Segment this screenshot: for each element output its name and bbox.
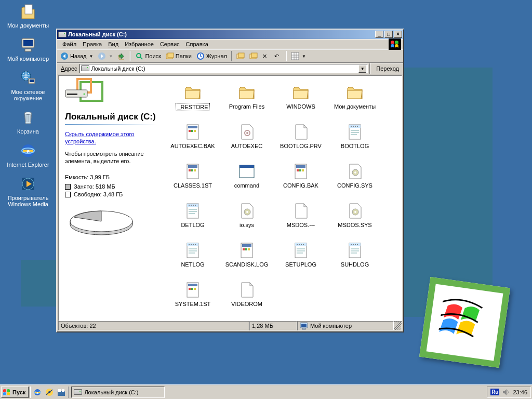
sys-icon [347,163,363,180]
bak-icon [184,163,201,180]
file-item[interactable]: io.sys [220,203,274,242]
file-label: SUHDLOG [340,261,370,268]
file-label: SCANDISK.LOG [224,261,270,268]
close-button[interactable]: × [394,31,402,38]
drive-title: Локальный диск (C:) [65,112,156,122]
svg-rect-46 [291,52,299,60]
file-label: MSDOS.SYS [337,221,373,229]
file-item[interactable]: AUTOEXEC [220,124,274,163]
file-item[interactable]: SCANDISK.LOG [220,242,274,282]
file-item[interactable]: BOOTLOG [328,124,382,163]
file-item[interactable]: Мои документы [328,84,382,124]
file-label: CONFIG.BAK [282,182,320,189]
desktop-icon-wmp[interactable]: Проигрыватель Windows Media [3,176,53,208]
network-icon [20,70,36,86]
address-combobox[interactable]: Локальный диск (C:) ▼ [79,64,368,73]
delete-button[interactable]: ✕ [260,50,272,62]
bak-icon [184,124,201,140]
hide-contents-link[interactable]: Скрыть содержимое этого устройства. [65,130,156,145]
folder-icon [292,84,309,101]
file-item[interactable]: WINDOWS [274,84,328,124]
desktop-icons: Мои документы Мой компьютер Мое сетевое … [3,3,53,215]
desktop-icon-ie[interactable]: Internet Explorer [3,142,53,168]
forward-button[interactable]: ▼ [96,50,115,62]
file-item[interactable]: _RESTORE [166,84,220,124]
window-title: Локальный диск (C:) [68,31,127,37]
drive-glyph [65,81,156,110]
desktop-icon-recycle-bin[interactable]: Корзина [3,109,53,135]
desktop-icon-network[interactable]: Мое сетевое окружение [3,70,53,102]
moveto-button[interactable] [234,50,247,62]
start-button[interactable]: Пуск [1,387,29,398]
sys-icon [238,203,255,219]
lang-indicator[interactable]: Ru [490,389,499,395]
file-label: command [233,182,260,189]
go-button[interactable]: Переход [372,65,402,72]
label: Мой компьютер [6,55,50,62]
folder-icon [238,84,255,101]
history-button[interactable]: Журнал [194,50,229,62]
copyto-button[interactable] [247,50,260,62]
file-label: AUTOEXEC.BAK [169,142,216,150]
file-item[interactable]: CLASSES.1ST [166,163,220,203]
file-label: NETLOG [180,261,205,268]
txt-icon [184,203,201,219]
ql-outlook[interactable] [44,387,55,398]
file-item[interactable]: BOOTLOG.PRV [274,124,328,163]
undo-button[interactable]: ↶ [272,50,284,62]
titlebar[interactable]: Локальный диск (C:) _ □ × [57,30,403,39]
drive-icon [81,65,89,72]
taskbar-task-explorer[interactable]: Локальный диск (C:) [71,387,165,398]
chevron-down-icon[interactable]: ▼ [358,65,366,73]
minimize-button[interactable]: _ [375,31,383,38]
volume-icon[interactable] [502,388,510,396]
drive-icon [74,389,82,395]
recycle-bin-icon [20,109,36,126]
wmp-icon [20,176,36,192]
folders-button[interactable]: Папки [164,50,194,62]
file-item[interactable]: Program Files [220,84,274,124]
drive-icon [58,30,66,38]
file-item[interactable]: SETUPLOG [274,242,328,282]
file-item[interactable]: command [220,163,274,203]
file-item[interactable]: AUTOEXEC.BAK [166,124,220,163]
menu-tools[interactable]: Сервис [157,40,183,48]
file-item[interactable]: SUHDLOG [328,242,382,282]
file-item[interactable]: DETLOG [166,203,220,242]
taskbar: Пуск Локальный диск (C:) Ru 23:46 [0,384,532,399]
menu-file[interactable]: Файл [59,40,79,48]
file-item[interactable]: CONFIG.SYS [328,163,382,203]
maximize-button[interactable]: □ [384,31,393,38]
menu-help[interactable]: Справка [183,40,211,48]
search-button[interactable]: Поиск [133,50,163,62]
desktop-icon-my-documents[interactable]: Мои документы [3,3,53,29]
menu-fav[interactable]: Избранное [122,40,157,48]
file-item[interactable]: SYSTEM.1ST [166,282,220,321]
label: Проигрыватель Windows Media [3,194,53,208]
label: Корзина [16,128,40,135]
resize-grip[interactable] [394,321,402,330]
ql-ie[interactable] [32,387,43,398]
file-item[interactable]: NETLOG [166,242,220,282]
file-grid: _RESTOREProgram FilesWINDOWSМои документ… [163,76,402,321]
file-label: MSDOS.--- [286,221,316,229]
ql-show-desktop[interactable] [56,387,67,398]
file-item[interactable]: VIDEOROM [220,282,274,321]
file-label: Program Files [228,103,265,110]
menu-edit[interactable]: Правка [79,40,105,48]
file-item[interactable]: MSDOS.--- [274,203,328,242]
usage-legend: Занято: 518 МБ Свободно: 3,48 ГБ [65,183,156,197]
views-button[interactable]: ▼ [289,50,308,62]
clock: 23:46 [513,389,527,395]
file-label: CONFIG.SYS [336,182,374,189]
bat-icon [238,124,255,140]
txt-icon [347,124,363,140]
back-button[interactable]: Назад▼ [58,50,95,62]
up-button[interactable] [115,50,128,62]
file-item[interactable]: CONFIG.BAK [274,163,328,203]
desktop-icon-my-computer[interactable]: Мой компьютер [3,36,53,62]
menubar: Файл Правка Вид Избранное Сервис Справка [57,39,403,49]
menu-view[interactable]: Вид [105,40,122,48]
file-item[interactable]: MSDOS.SYS [328,203,382,242]
status-objects: Объектов: 22 [58,321,249,330]
